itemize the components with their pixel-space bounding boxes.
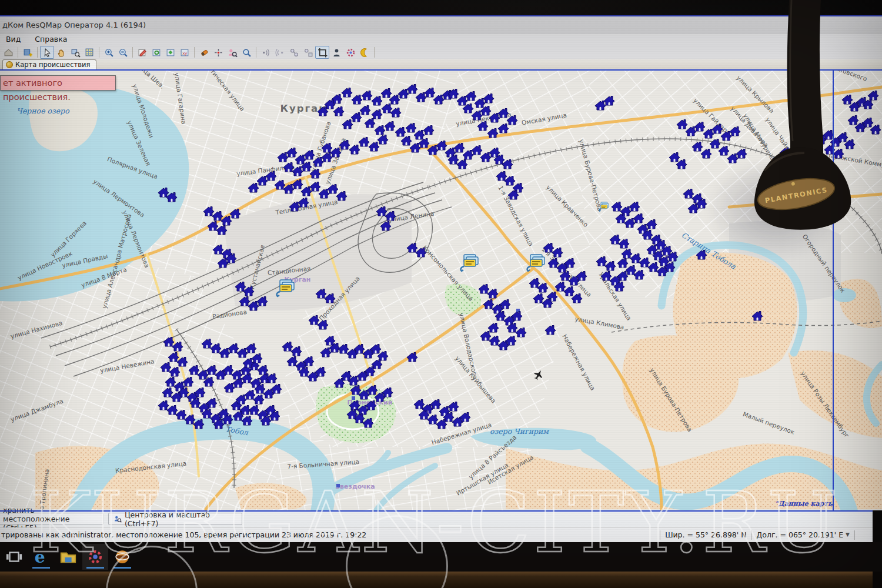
svg-text:e: e bbox=[35, 548, 45, 566]
map-actions-bar: хранить местоположение (Ctrl+F5) Центров… bbox=[0, 512, 873, 527]
home-icon[interactable] bbox=[1, 46, 15, 59]
map-refresh-icon[interactable] bbox=[149, 46, 163, 59]
status-bar: трированы как administrator, местоположе… bbox=[0, 527, 873, 542]
desk-edge bbox=[0, 572, 882, 588]
edge-icon[interactable]: e bbox=[28, 544, 54, 570]
coords-dropdown-caret[interactable]: ▼ bbox=[846, 527, 850, 542]
toolbar-separator bbox=[99, 47, 99, 58]
settings-gear-icon[interactable] bbox=[343, 46, 358, 59]
menu-bar: Вид Справка bbox=[0, 34, 882, 45]
zoom-window-icon[interactable] bbox=[68, 46, 82, 59]
latitude-value: Шир. = 55° 26.898' N bbox=[665, 527, 746, 542]
session-status: трированы как administrator, местоположе… bbox=[0, 530, 366, 539]
map-canvas: улица Шев.Энергетическая улицаулица Гага… bbox=[0, 71, 882, 510]
zoom-in-icon[interactable] bbox=[102, 46, 116, 59]
file-explorer-icon[interactable] bbox=[55, 544, 81, 570]
monitor-bezel bbox=[0, 0, 882, 15]
resqmap-taskbar-icon[interactable] bbox=[82, 544, 108, 570]
toolbar-separator bbox=[256, 47, 256, 58]
zoom-out-icon[interactable] bbox=[116, 46, 130, 59]
link-nodes-icon[interactable] bbox=[287, 46, 301, 59]
toolbar-separator bbox=[132, 47, 133, 58]
find-operator-icon[interactable] bbox=[225, 46, 239, 59]
tab-bar: Карта происшествия bbox=[0, 59, 882, 70]
eraser-icon[interactable] bbox=[197, 46, 211, 59]
menu-view[interactable]: Вид bbox=[0, 34, 26, 44]
link-frame-icon[interactable] bbox=[301, 46, 315, 59]
select-cursor-icon[interactable] bbox=[40, 46, 54, 59]
tab-incident-map[interactable]: Карта происшествия bbox=[2, 59, 96, 69]
toolbar-separator bbox=[18, 47, 18, 58]
session-moon-icon[interactable] bbox=[358, 46, 372, 59]
map-center-icon[interactable] bbox=[163, 46, 178, 59]
search-icon[interactable] bbox=[239, 46, 253, 59]
crop-select-icon[interactable] bbox=[315, 46, 329, 59]
measure-grid-icon[interactable] bbox=[82, 46, 96, 59]
no-active-incident-alert: ет активного происшествия. bbox=[0, 75, 116, 91]
place-label: Звездочка bbox=[335, 483, 375, 490]
toolbar-separator bbox=[374, 47, 375, 58]
emblem-app-icon[interactable] bbox=[109, 544, 135, 570]
water-label: Черное озеро bbox=[16, 106, 70, 115]
task-view-icon[interactable] bbox=[1, 544, 27, 570]
menu-help[interactable]: Справка bbox=[29, 34, 73, 44]
incident-map[interactable]: улица Шев.Энергетическая улицаулица Гага… bbox=[0, 71, 882, 510]
tab-label: Карта происшествия bbox=[15, 61, 90, 69]
microphone-shadow bbox=[700, 153, 853, 265]
map-border-bottom bbox=[0, 510, 873, 512]
map-coords-icon[interactable]: xy bbox=[178, 46, 192, 59]
map-border-right bbox=[833, 69, 834, 512]
signal-out-icon[interactable] bbox=[259, 46, 273, 59]
edit-route-icon[interactable] bbox=[135, 46, 149, 59]
operator-icon[interactable] bbox=[329, 46, 343, 59]
incident-tab-icon bbox=[6, 61, 13, 68]
svg-text:xy: xy bbox=[182, 51, 187, 55]
longitude-value: Долг. = 065° 20.191' E bbox=[757, 527, 844, 542]
add-layer-icon[interactable] bbox=[21, 46, 35, 59]
toolbar-separator bbox=[194, 47, 195, 58]
gps-target-icon[interactable] bbox=[211, 46, 225, 59]
map-border-top bbox=[0, 69, 882, 71]
toolbar-separator bbox=[37, 47, 38, 58]
center-zoom-icon bbox=[113, 514, 122, 523]
center-zoom-button[interactable]: Центровка и масштаб (Ctrl+F7) bbox=[108, 513, 242, 525]
windows-taskbar: e bbox=[0, 542, 882, 572]
coordinates-readout: Шир. = 55° 26.898' N Долг. = 065° 20.191… bbox=[655, 527, 860, 542]
water-label: озеро Чигирим bbox=[490, 427, 549, 436]
monitor-photo: улица Шев.Энергетическая улицаулица Гага… bbox=[0, 0, 882, 588]
save-location-button[interactable]: хранить местоположение (Ctrl+F5) bbox=[0, 513, 103, 525]
pan-hand-icon[interactable] bbox=[54, 46, 68, 59]
poi-square-marker[interactable] bbox=[336, 484, 340, 487]
toolbar: xy bbox=[0, 45, 882, 59]
poi-square-marker[interactable] bbox=[352, 396, 355, 400]
window-title: дКом ResQMap Оператор 4.1 (6194) bbox=[2, 21, 146, 29]
signal-in-icon[interactable] bbox=[273, 46, 287, 59]
window-titlebar: дКом ResQMap Оператор 4.1 (6194) bbox=[0, 16, 882, 34]
osm-attribution: "Данные карты © OpenStreetMap bbox=[775, 500, 833, 509]
